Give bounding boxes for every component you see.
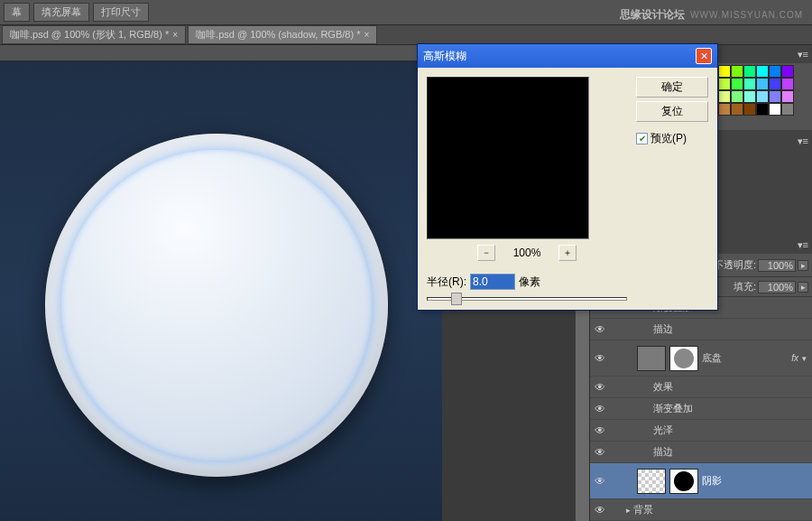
preview-checkbox[interactable]: ✔ [636,133,648,144]
layer-row-shadow[interactable]: 👁 阴影 [590,463,812,499]
toolbar-btn-print-size[interactable]: 打印尺寸 [93,3,149,22]
swatch[interactable] [743,65,756,78]
swatch[interactable] [769,103,781,116]
layer-effect-row[interactable]: 👁 描边 [590,442,812,463]
visibility-icon[interactable]: 👁 [590,424,610,437]
fx-badge: fx [791,353,798,363]
layer-effect-row[interactable]: 👁 光泽 [590,420,812,442]
swatch[interactable] [756,103,769,116]
effects-toggle-icon[interactable]: ▾ [802,354,807,363]
blur-preview[interactable] [427,77,589,239]
zoom-in-button[interactable]: ＋ [558,245,577,261]
swatch[interactable] [781,78,794,90]
layer-thumbnail [637,346,666,371]
swatch[interactable] [731,103,743,116]
zoom-value: 100% [513,247,541,259]
radius-input[interactable] [470,274,515,290]
panel-menu-icon[interactable]: ▾≡ [798,135,808,147]
artwork-circle [45,134,388,477]
layer-effect-row[interactable]: 👁 渐变叠加 [590,398,812,420]
radius-label: 半径(R): [427,274,466,290]
swatch[interactable] [769,78,781,90]
expand-icon[interactable]: ▸ [623,506,633,515]
fill-label: 填充: [734,280,756,293]
document-tab[interactable]: 咖啡.psd @ 100% (形状 1, RGB/8) * × [2,25,186,44]
swatch[interactable] [731,78,743,90]
dialog-titlebar[interactable]: 高斯模糊 ✕ [418,44,717,68]
close-icon[interactable]: × [172,30,178,40]
vector-mask-thumbnail [669,469,698,494]
swatch[interactable] [756,65,769,78]
visibility-icon[interactable]: 👁 [590,475,610,488]
watermark: 思缘设计论坛WWW.MISSYUAN.COM [620,7,803,23]
opacity-label: 不透明度: [714,258,756,272]
swatch[interactable] [718,65,731,78]
visibility-icon[interactable]: 👁 [590,446,610,459]
slider-thumb[interactable] [451,293,462,305]
swatch[interactable] [756,78,769,90]
swatch[interactable] [718,103,731,116]
swatch[interactable] [743,103,756,116]
vector-mask-thumbnail [669,346,698,371]
opacity-input[interactable]: 100% [758,259,796,272]
visibility-icon[interactable]: 👁 [590,403,610,415]
tab-label: 咖啡.psd @ 100% (shadow, RGB/8) * [196,28,360,42]
layer-row-background[interactable]: 👁 ▸ 背景 [590,499,812,521]
swatch[interactable] [718,78,731,90]
close-icon[interactable]: ✕ [696,48,712,64]
fill-arrow[interactable]: ▸ [798,282,808,293]
visibility-icon[interactable]: 👁 [590,352,610,365]
gaussian-blur-dialog: 高斯模糊 ✕ － 100% ＋ 半径(R): 像素 确定 复位 ✔ [417,43,718,311]
radius-slider[interactable] [427,297,627,301]
swatch[interactable] [781,65,794,78]
swatch[interactable] [731,65,743,78]
dialog-title-text: 高斯模糊 [423,49,466,64]
layer-row-dipan[interactable]: 👁 底盘 fx ▾ [590,340,812,377]
ok-button[interactable]: 确定 [636,77,708,98]
tab-label: 咖啡.psd @ 100% (形状 1, RGB/8) * [10,28,169,42]
document-tab-bar: 咖啡.psd @ 100% (形状 1, RGB/8) * × 咖啡.psd @… [0,25,812,45]
layer-effect-row[interactable]: 👁 描边 [590,319,812,340]
swatch[interactable] [769,65,781,78]
fill-input[interactable]: 100% [758,281,796,293]
opacity-arrow[interactable]: ▸ [798,260,808,271]
canvas[interactable] [0,61,442,521]
visibility-icon[interactable]: 👁 [590,323,610,336]
swatch[interactable] [743,78,756,90]
layer-effects-header[interactable]: 👁 效果 [590,377,812,398]
radius-unit: 像素 [519,274,540,290]
swatch[interactable] [769,90,781,103]
swatch[interactable] [756,90,769,103]
layer-thumbnail [637,469,666,494]
reset-button[interactable]: 复位 [636,101,708,122]
toolbar-btn-screen[interactable]: 幕 [4,3,30,22]
toolbar-btn-fill-screen[interactable]: 填充屏幕 [33,3,89,22]
visibility-icon[interactable]: 👁 [590,381,610,394]
swatch[interactable] [743,90,756,103]
layer-list: 👁 渐变叠加 👁 描边 👁 底盘 fx ▾ [590,297,812,521]
preview-label: 预览(P) [651,131,687,146]
swatch[interactable] [781,103,794,116]
panel-menu-icon[interactable]: ▾≡ [798,49,808,60]
panel-menu-icon[interactable]: ▾≡ [798,239,808,251]
zoom-out-button[interactable]: － [477,245,495,261]
visibility-icon[interactable]: 👁 [590,504,610,516]
swatch[interactable] [781,90,794,103]
document-tab[interactable]: 咖啡.psd @ 100% (shadow, RGB/8) * × [188,25,377,44]
close-icon[interactable]: × [364,30,369,40]
swatch[interactable] [718,90,731,103]
swatch[interactable] [731,90,743,103]
